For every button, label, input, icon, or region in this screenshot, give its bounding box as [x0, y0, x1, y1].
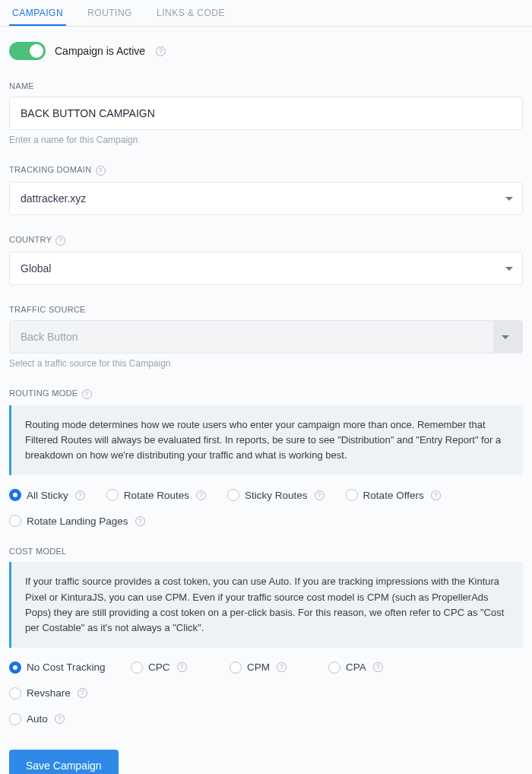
radio-revshare[interactable]: Revshare ?: [9, 687, 108, 699]
radio-all-sticky[interactable]: All Sticky ?: [9, 489, 85, 501]
chevron-down-icon: [505, 267, 513, 271]
campaign-active-label: Campaign is Active: [55, 45, 145, 57]
radio-indicator: [230, 661, 242, 674]
radio-cpa[interactable]: CPA ?: [328, 661, 427, 674]
radio-rotate-offers[interactable]: Rotate Offers ?: [346, 489, 441, 501]
routing-mode-radios: All Sticky ? Rotate Routes ? Sticky Rout…: [9, 489, 523, 527]
routing-mode-info: Routing mode determines how we route use…: [9, 405, 523, 475]
help-icon[interactable]: ?: [135, 516, 145, 526]
country-label: COUNTRY ?: [9, 235, 523, 246]
cost-model-label: COST MODEL: [9, 547, 523, 556]
help-icon[interactable]: ?: [55, 236, 65, 246]
tabs: CAMPAIGN ROUTING LINKS & CODE: [0, 0, 532, 27]
radio-cpc[interactable]: CPC ?: [131, 661, 230, 674]
tracking-domain-select[interactable]: dattracker.xyz: [9, 182, 523, 215]
help-icon[interactable]: ?: [431, 490, 441, 500]
cost-model-info: If your traffic source provides a cost t…: [9, 562, 523, 648]
country-value: Global: [21, 262, 51, 274]
campaign-name-input-wrap[interactable]: [9, 97, 523, 130]
radio-indicator: [346, 489, 358, 501]
help-icon[interactable]: ?: [373, 662, 383, 672]
help-icon[interactable]: ?: [96, 166, 106, 176]
radio-indicator: [106, 489, 119, 501]
name-label: NAME: [9, 81, 523, 90]
radio-no-cost-tracking[interactable]: No Cost Tracking: [9, 661, 131, 674]
tracking-domain-value: dattracker.xyz: [21, 192, 86, 205]
chevron-down-icon: [505, 197, 513, 201]
radio-indicator: [9, 661, 21, 674]
help-icon[interactable]: ?: [177, 662, 187, 672]
campaign-active-toggle[interactable]: [9, 42, 46, 60]
help-icon[interactable]: ?: [55, 714, 65, 724]
traffic-source-select[interactable]: Back Button: [9, 320, 523, 354]
help-icon[interactable]: ?: [78, 688, 87, 698]
help-icon[interactable]: ?: [82, 389, 92, 399]
radio-indicator: [9, 489, 21, 501]
help-icon[interactable]: ?: [75, 490, 85, 500]
routing-mode-label: ROUTING MODE ?: [9, 389, 523, 399]
radio-rotate-routes[interactable]: Rotate Routes ?: [106, 489, 206, 501]
toggle-knob: [30, 44, 43, 58]
radio-indicator: [131, 661, 143, 674]
radio-auto[interactable]: Auto ?: [9, 713, 523, 725]
help-icon[interactable]: ?: [277, 662, 287, 672]
traffic-source-value: Back Button: [21, 331, 78, 343]
chevron-down-icon: [502, 335, 509, 339]
help-icon[interactable]: ?: [315, 490, 325, 500]
help-icon[interactable]: ?: [156, 46, 166, 56]
help-icon[interactable]: ?: [196, 490, 206, 500]
save-campaign-button[interactable]: Save Campaign: [9, 750, 119, 774]
tab-campaign[interactable]: CAMPAIGN: [9, 0, 66, 26]
cost-model-radios: No Cost Tracking CPC ? CPM ? CPA ? Revsh…: [9, 661, 523, 725]
traffic-source-hint: Select a traffic source for this Campaig…: [9, 358, 523, 369]
country-select[interactable]: Global: [9, 252, 523, 285]
tracking-domain-label: TRACKING DOMAIN ?: [9, 165, 523, 176]
radio-indicator: [227, 489, 239, 501]
radio-sticky-routes[interactable]: Sticky Routes ?: [227, 489, 325, 501]
tab-links-code[interactable]: LINKS & CODE: [154, 0, 228, 26]
radio-indicator: [9, 713, 21, 725]
name-hint: Enter a name for this Campaign: [9, 135, 523, 145]
radio-cpm[interactable]: CPM ?: [230, 661, 328, 674]
traffic-source-label: TRAFFIC SOURCE: [9, 305, 523, 314]
radio-indicator: [9, 515, 21, 527]
radio-indicator: [328, 661, 340, 674]
radio-indicator: [9, 687, 21, 699]
radio-rotate-landing[interactable]: Rotate Landing Pages ?: [9, 515, 523, 527]
tab-routing[interactable]: ROUTING: [84, 0, 135, 26]
campaign-name-input[interactable]: [21, 107, 511, 119]
